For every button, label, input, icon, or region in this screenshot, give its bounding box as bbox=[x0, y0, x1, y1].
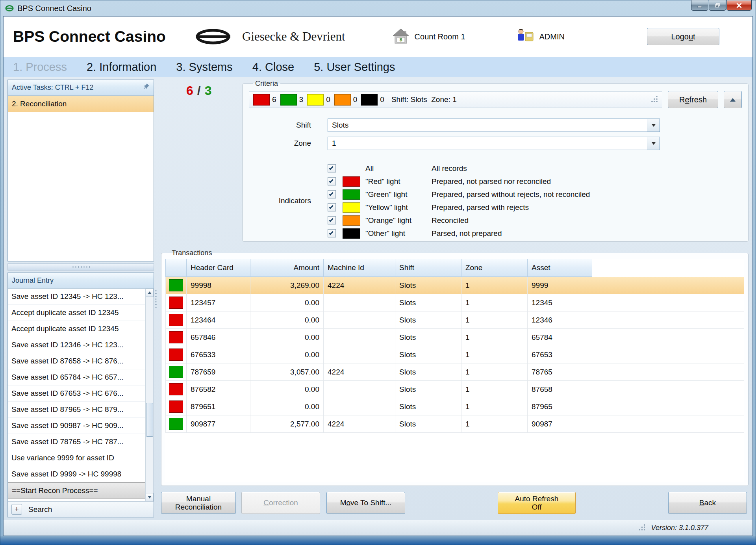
journal-entry-item[interactable]: Save asset ID 65784 -> HC 657... bbox=[8, 369, 145, 386]
col-header-card[interactable]: Header Card bbox=[187, 259, 250, 277]
green-light-checkbox[interactable] bbox=[328, 190, 336, 198]
col-amount[interactable]: Amount bbox=[250, 259, 324, 277]
transaction-row[interactable]: 123464 0.00 Slots 1 12346 bbox=[165, 311, 744, 329]
journal-expand-button[interactable]: + bbox=[11, 504, 22, 515]
journal-entry-item[interactable]: Save asset ID 12345 -> HC 123... bbox=[8, 289, 145, 305]
all-checkbox[interactable] bbox=[328, 164, 336, 172]
scroll-down-button[interactable] bbox=[146, 493, 154, 501]
transaction-row[interactable]: 676533 0.00 Slots 1 67653 bbox=[165, 346, 744, 363]
nav-item-information[interactable]: 2. Information bbox=[87, 61, 156, 74]
correction-button[interactable]: Correction bbox=[241, 492, 320, 514]
titlebar[interactable]: BPS Connect Casino bbox=[0, 0, 756, 16]
shift-select[interactable]: Slots bbox=[328, 119, 660, 132]
col-light[interactable] bbox=[165, 259, 187, 277]
resize-grip-icon[interactable] bbox=[639, 525, 646, 532]
window-title: BPS Connect Casino bbox=[17, 4, 91, 13]
refresh-button[interactable]: Refresh bbox=[668, 91, 718, 108]
close-button[interactable] bbox=[726, 0, 752, 11]
active-tasks-panel: Active Tasks: CTRL + F12 2. Reconciliati… bbox=[7, 80, 154, 261]
col-zone[interactable]: Zone bbox=[461, 259, 528, 277]
check-icon bbox=[329, 217, 333, 222]
journal-entry-item[interactable]: Use variance 9999 for asset ID bbox=[8, 450, 145, 466]
cell-asset: 90987 bbox=[528, 415, 592, 432]
other-light-checkbox[interactable] bbox=[328, 229, 336, 237]
scroll-up-button[interactable] bbox=[146, 289, 154, 297]
journal-scrollbar[interactable] bbox=[145, 289, 154, 501]
nav-item-systems[interactable]: 3. Systems bbox=[176, 61, 232, 74]
restore-button[interactable] bbox=[709, 0, 726, 11]
col-machine-id[interactable]: Machine Id bbox=[324, 259, 395, 277]
panel-splitter[interactable] bbox=[7, 263, 154, 271]
nav-item-process[interactable]: 1. Process bbox=[13, 61, 67, 74]
transaction-row[interactable]: 787659 3,057.00 4224 Slots 1 78765 bbox=[165, 363, 744, 381]
journal-panel: Journal Entry Save asset ID 12345 -> HC … bbox=[7, 272, 154, 517]
col-shift[interactable]: Shift bbox=[395, 259, 461, 277]
cell-header-card: 876582 bbox=[187, 381, 250, 398]
active-tasks-list[interactable] bbox=[8, 112, 154, 261]
journal-entry-item[interactable]: Save asset ID 87965 -> HC 879... bbox=[8, 402, 145, 418]
cell-header-card: 657846 bbox=[187, 329, 250, 346]
sidebar-splitter[interactable] bbox=[154, 80, 158, 517]
orange-light-checkbox[interactable] bbox=[328, 216, 336, 224]
cell-asset: 87658 bbox=[528, 381, 592, 398]
red-light-checkbox[interactable] bbox=[328, 177, 336, 185]
check-icon bbox=[329, 191, 333, 196]
journal-entry-item[interactable]: Save asset ID 87658 -> HC 876... bbox=[8, 353, 145, 369]
transaction-row[interactable]: 657846 0.00 Slots 1 65784 bbox=[165, 329, 744, 346]
check-icon bbox=[329, 204, 333, 209]
auto-refresh-button[interactable]: Auto Refresh Off bbox=[498, 492, 576, 514]
cell-amount: 3,057.00 bbox=[250, 363, 324, 380]
cell-header-card: 123457 bbox=[187, 294, 250, 311]
journal-entry-item[interactable]: Save asset ID 67653 -> HC 676... bbox=[8, 386, 145, 402]
indicator-name: All bbox=[365, 164, 432, 173]
zone-select[interactable]: 1 bbox=[328, 137, 660, 150]
task-item-reconciliation[interactable]: 2. Reconciliation bbox=[8, 96, 154, 112]
nav-item-close[interactable]: 4. Close bbox=[252, 61, 294, 74]
logout-button[interactable]: Logout bbox=[647, 28, 719, 45]
transaction-row[interactable]: 909877 2,577.00 4224 Slots 1 90987 bbox=[165, 415, 744, 433]
nav-item-user-settings[interactable]: 5. User Settings bbox=[314, 61, 395, 74]
scrollbar-track[interactable] bbox=[146, 297, 154, 493]
red-light-count: 6 bbox=[272, 95, 276, 104]
yellow-light-checkbox[interactable] bbox=[328, 203, 336, 211]
app-header: BPS Connect Casino Giesecke & Devrient $… bbox=[4, 17, 752, 57]
journal-entry-item[interactable]: Save asset ID 9999 -> HC 99998 bbox=[8, 466, 145, 482]
red-light-chip bbox=[253, 94, 270, 106]
cell-zone: 1 bbox=[461, 381, 528, 398]
journal-entry-item[interactable]: Save asset ID 12346 -> HC 123... bbox=[8, 337, 145, 353]
cell-light bbox=[165, 415, 187, 432]
summary-context-label: Shift: Slots Zone: 1 bbox=[391, 95, 457, 104]
red-light-chip bbox=[343, 176, 360, 187]
collapse-criteria-button[interactable] bbox=[724, 91, 742, 108]
journal-entry-item[interactable]: Accept duplicate asset ID 12345 bbox=[8, 321, 145, 337]
journal-header: Journal Entry bbox=[8, 273, 154, 289]
minimize-button[interactable] bbox=[691, 0, 708, 11]
transaction-row-selected[interactable]: 99998 3,269.00 4224 Slots 1 9999 bbox=[165, 277, 744, 294]
back-button[interactable]: Back bbox=[668, 492, 747, 514]
journal-entry-item[interactable]: Accept duplicate asset ID 12345 bbox=[8, 305, 145, 321]
search-label[interactable]: Search bbox=[28, 505, 52, 514]
journal-entry-item[interactable]: Save asset ID 78765 -> HC 787... bbox=[8, 434, 145, 450]
zone-label: Zone bbox=[249, 139, 311, 148]
cell-header-card: 99998 bbox=[187, 277, 250, 294]
indicators-label: Indicators bbox=[249, 196, 311, 205]
cell-header-card: 879651 bbox=[187, 398, 250, 415]
app-title: BPS Connect Casino bbox=[13, 28, 166, 45]
journal-entry-item-selected[interactable]: ==Start Recon Process== bbox=[8, 482, 145, 499]
orange-light-chip bbox=[343, 215, 360, 226]
journal-entry-item[interactable]: Save asset ID 90987 -> HC 909... bbox=[8, 418, 145, 434]
transaction-row[interactable]: 876582 0.00 Slots 1 87658 bbox=[165, 381, 744, 398]
col-asset[interactable]: Asset bbox=[528, 259, 592, 277]
cell-zone: 1 bbox=[461, 277, 528, 294]
cell-amount: 0.00 bbox=[250, 398, 324, 415]
check-icon bbox=[329, 230, 333, 235]
scrollbar-thumb[interactable] bbox=[146, 403, 153, 437]
transaction-row[interactable]: 879651 0.00 Slots 1 87965 bbox=[165, 398, 744, 415]
transaction-row[interactable]: 123457 0.00 Slots 1 12345 bbox=[165, 294, 744, 311]
pin-icon[interactable] bbox=[143, 83, 150, 92]
move-to-shift-button[interactable]: Move To Shift... bbox=[326, 492, 405, 514]
criteria-group: Criteria 6 3 0 0 bbox=[242, 80, 749, 242]
window-bottom-frame bbox=[0, 536, 756, 545]
manual-reconciliation-button[interactable]: Manual Reconciliation bbox=[161, 492, 236, 514]
other-light-chip bbox=[361, 94, 378, 106]
